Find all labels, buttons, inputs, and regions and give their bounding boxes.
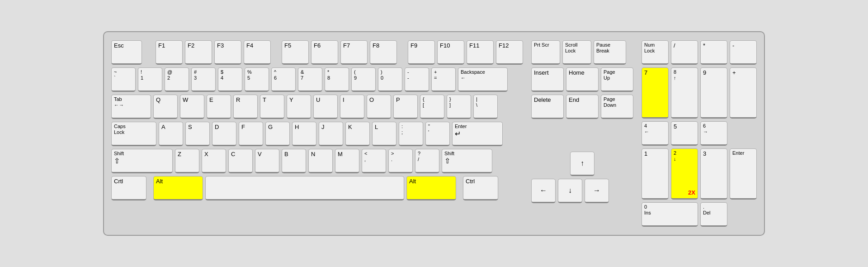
key-slash[interactable]: ?/ <box>415 149 439 173</box>
key-2[interactable]: @2 <box>165 67 189 92</box>
key-8[interactable]: *8 <box>325 67 349 92</box>
key-num-dot[interactable]: .Del <box>700 202 727 227</box>
key-alt-left[interactable]: Alt <box>153 176 203 200</box>
key-6[interactable]: ^6 <box>271 67 296 92</box>
key-o[interactable]: O <box>367 95 391 119</box>
key-num-3[interactable]: 3 <box>700 148 727 200</box>
key-y[interactable]: Y <box>287 95 311 119</box>
key-num-minus[interactable]: - <box>730 40 757 65</box>
key-q[interactable]: Q <box>153 95 178 119</box>
key-f8[interactable]: F8 <box>370 40 397 65</box>
key-a[interactable]: A <box>159 122 183 146</box>
key-enter[interactable]: Enter↵ <box>452 122 503 146</box>
key-num-1[interactable]: 1 <box>642 148 669 200</box>
key-prtscr[interactable]: Prt Scr <box>531 40 560 65</box>
key-home[interactable]: Home <box>566 67 599 92</box>
key-u[interactable]: U <box>313 95 338 119</box>
key-period[interactable]: >. <box>388 149 413 173</box>
key-arrow-down[interactable]: ↓ <box>558 179 582 203</box>
key-f10[interactable]: F10 <box>437 40 464 65</box>
key-i[interactable]: I <box>340 95 364 119</box>
key-x[interactable]: X <box>202 149 226 173</box>
key-0[interactable]: )0 <box>378 67 402 92</box>
key-s[interactable]: S <box>185 122 210 146</box>
key-num-slash[interactable]: / <box>671 40 698 65</box>
key-p[interactable]: P <box>393 95 418 119</box>
key-shift-left[interactable]: Shift⇧ <box>111 149 173 173</box>
key-f6[interactable]: F6 <box>311 40 338 65</box>
key-lbracket[interactable]: {[ <box>420 95 444 119</box>
key-semicolon[interactable]: :; <box>399 122 423 146</box>
key-b[interactable]: B <box>282 149 306 173</box>
key-num-6[interactable]: 6→ <box>700 121 727 146</box>
key-g[interactable]: G <box>265 122 290 146</box>
key-num-multiply[interactable]: * <box>700 40 727 65</box>
key-tilde[interactable]: ~` <box>111 67 136 92</box>
key-n[interactable]: N <box>308 149 333 173</box>
key-end[interactable]: End <box>566 95 599 119</box>
key-numlock[interactable]: NumLock <box>642 40 669 65</box>
key-d[interactable]: D <box>212 122 236 146</box>
key-9[interactable]: (9 <box>351 67 376 92</box>
key-num-enter[interactable]: Enter <box>730 148 757 200</box>
key-arrow-left[interactable]: ← <box>531 179 556 203</box>
key-c[interactable]: C <box>228 149 253 173</box>
key-k[interactable]: K <box>345 122 370 146</box>
key-tab[interactable]: Tab←→ <box>111 95 151 119</box>
key-w[interactable]: W <box>180 95 204 119</box>
key-quote[interactable]: "' <box>425 122 450 146</box>
key-num-9[interactable]: 9 <box>700 67 727 119</box>
key-delete[interactable]: Delete <box>531 95 564 119</box>
key-m[interactable]: M <box>335 149 359 173</box>
key-7[interactable]: &7 <box>298 67 322 92</box>
key-comma[interactable]: <, <box>362 149 386 173</box>
key-minus[interactable]: -- <box>405 67 429 92</box>
key-pagedown[interactable]: PageDown <box>601 95 633 119</box>
key-f11[interactable]: F11 <box>467 40 494 65</box>
key-scrolllock[interactable]: ScrollLock <box>562 40 591 65</box>
key-f5[interactable]: F5 <box>282 40 309 65</box>
key-equals[interactable]: += <box>431 67 456 92</box>
key-num-4[interactable]: 4← <box>642 121 669 146</box>
key-esc[interactable]: Esc <box>111 40 142 65</box>
key-shift-right[interactable]: Shift⇧ <box>442 149 492 173</box>
key-insert[interactable]: Insert <box>531 67 564 92</box>
key-pause[interactable]: PauseBreak <box>594 40 626 65</box>
key-num-7[interactable]: 7 <box>642 67 669 119</box>
key-alt-right[interactable]: Alt <box>406 176 456 200</box>
key-capslock[interactable]: CapsLock <box>111 122 156 146</box>
key-num-2[interactable]: 2↓ 2X <box>671 148 698 200</box>
key-num-plus[interactable]: + <box>730 67 757 119</box>
key-f2[interactable]: F2 <box>185 40 212 65</box>
key-pageup[interactable]: PageUp <box>601 67 633 92</box>
key-rbracket[interactable]: }] <box>447 95 471 119</box>
key-3[interactable]: #3 <box>191 67 216 92</box>
key-v[interactable]: V <box>255 149 279 173</box>
key-f12[interactable]: F12 <box>496 40 523 65</box>
key-num-8[interactable]: 8↑ <box>671 67 698 119</box>
key-t[interactable]: T <box>260 95 284 119</box>
key-f[interactable]: F <box>239 122 263 146</box>
key-f7[interactable]: F7 <box>340 40 368 65</box>
key-arrow-up[interactable]: ↑ <box>570 152 594 176</box>
key-backslash[interactable]: |\ <box>473 95 498 119</box>
key-4[interactable]: $4 <box>218 67 242 92</box>
key-f3[interactable]: F3 <box>214 40 241 65</box>
key-backspace[interactable]: Backspace← <box>458 67 508 92</box>
key-1[interactable]: !1 <box>138 67 162 92</box>
key-r[interactable]: R <box>233 95 258 119</box>
key-ctrl-left[interactable]: Crtl <box>111 176 146 200</box>
key-f1[interactable]: F1 <box>156 40 183 65</box>
key-z[interactable]: Z <box>175 149 199 173</box>
key-f4[interactable]: F4 <box>244 40 271 65</box>
key-e[interactable]: E <box>207 95 231 119</box>
key-ctrl-right[interactable]: Ctrl <box>463 176 498 200</box>
key-arrow-right[interactable]: → <box>585 179 609 203</box>
key-space[interactable] <box>205 176 404 200</box>
key-j[interactable]: J <box>319 122 343 146</box>
key-num-5[interactable]: 5 <box>671 121 698 146</box>
key-5[interactable]: %5 <box>245 67 269 92</box>
key-num-0[interactable]: 0Ins <box>642 202 698 227</box>
key-h[interactable]: H <box>292 122 316 146</box>
key-l[interactable]: L <box>372 122 396 146</box>
